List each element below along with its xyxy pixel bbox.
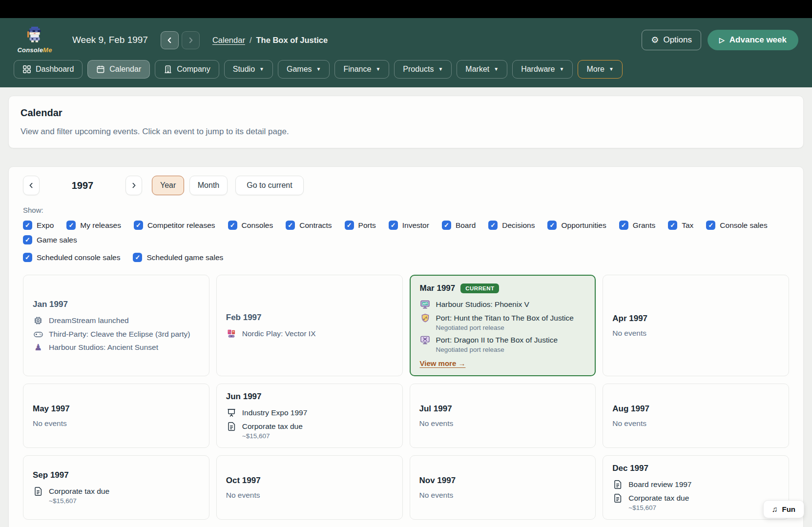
- show-label: Show:: [23, 206, 789, 214]
- fun-button[interactable]: ♫ Fun: [763, 500, 805, 518]
- checkbox-checked-icon[interactable]: ✓: [286, 221, 295, 230]
- next-year-button[interactable]: [125, 176, 142, 195]
- filter-opportunities[interactable]: ✓Opportunities: [547, 221, 606, 230]
- calendar-event[interactable]: Port: Dragon II to The Box of Justice: [420, 335, 586, 345]
- nav-more[interactable]: More▼: [578, 60, 622, 79]
- advance-week-button[interactable]: ▷ Advance week: [708, 30, 798, 50]
- options-button[interactable]: ⚙ Options: [642, 30, 701, 50]
- nav-dashboard[interactable]: Dashboard: [14, 60, 83, 79]
- nav-market[interactable]: Market▼: [457, 60, 507, 79]
- checkbox-checked-icon[interactable]: ✓: [133, 253, 142, 262]
- event-label: Nordic Play: Vector IX: [242, 329, 316, 338]
- next-week-button[interactable]: [182, 31, 200, 49]
- month-card-mar-1997: Mar 1997CURRENTHarbour Studios: Phoenix …: [410, 275, 596, 376]
- filter-board[interactable]: ✓Board: [442, 221, 476, 230]
- dropdown-arrow-icon: ▼: [438, 67, 443, 72]
- calendar-event[interactable]: Corporate tax due: [612, 493, 779, 503]
- filter-scheduled-console-sales[interactable]: ✓Scheduled console sales: [23, 253, 120, 262]
- week-label: Week 9, Feb 1997: [72, 35, 148, 45]
- breadcrumb-current: The Box of Justice: [256, 36, 328, 45]
- filter-investor[interactable]: ✓Investor: [389, 221, 429, 230]
- no-events-label: No events: [33, 419, 200, 428]
- filter-tax[interactable]: ✓Tax: [668, 221, 693, 230]
- filter-grants[interactable]: ✓Grants: [619, 221, 656, 230]
- calendar-event[interactable]: DreamStream launched: [33, 316, 200, 325]
- filter-label: Consoles: [242, 221, 273, 230]
- app-header: ConsoleMe Week 9, Feb 1997 Calendar / Th…: [0, 18, 812, 87]
- checkbox-checked-icon[interactable]: ✓: [619, 221, 628, 230]
- view-year-button[interactable]: Year: [152, 176, 184, 195]
- filter-game-sales[interactable]: ✓Game sales: [23, 235, 77, 244]
- filter-consoles[interactable]: ✓Consoles: [228, 221, 273, 230]
- nav-hardware[interactable]: Hardware▼: [512, 60, 573, 79]
- month-card-aug-1997: Aug 1997No events: [603, 384, 789, 448]
- month-card-apr-1997: Apr 1997No events: [603, 275, 789, 376]
- calendar-event[interactable]: ♟Harbour Studios: Ancient Sunset: [33, 343, 200, 352]
- calendar-event[interactable]: Nordic Play: Vector IX: [226, 329, 393, 339]
- breadcrumb-calendar-link[interactable]: Calendar: [212, 36, 245, 45]
- filter-decisions[interactable]: ✓Decisions: [488, 221, 535, 230]
- filter-competitor-releases[interactable]: ✓Competitor releases: [134, 221, 215, 230]
- previous-week-button[interactable]: [161, 31, 179, 49]
- checkbox-checked-icon[interactable]: ✓: [228, 221, 237, 230]
- view-month-button[interactable]: Month: [189, 176, 228, 195]
- checkbox-checked-icon[interactable]: ✓: [668, 221, 677, 230]
- month-card-feb-1997: Feb 1997Nordic Play: Vector IX: [216, 275, 403, 376]
- calendar-event[interactable]: Third-Party: Cleave the Eclipse (3rd par…: [33, 329, 200, 339]
- dropdown-arrow-icon: ▼: [375, 67, 380, 72]
- nav-games[interactable]: Games▼: [278, 60, 330, 79]
- nav-studio[interactable]: Studio▼: [224, 60, 273, 79]
- filter-contracts[interactable]: ✓Contracts: [286, 221, 332, 230]
- checkbox-checked-icon[interactable]: ✓: [389, 221, 398, 230]
- no-events-label: No events: [419, 419, 586, 428]
- filter-expo[interactable]: ✓Expo: [23, 221, 54, 230]
- checkbox-checked-icon[interactable]: ✓: [442, 221, 451, 230]
- filter-label: Scheduled console sales: [37, 253, 120, 262]
- filter-ports[interactable]: ✓Ports: [345, 221, 376, 230]
- filter-my-releases[interactable]: ✓My releases: [66, 221, 121, 230]
- calendar-event[interactable]: Harbour Studios: Phoenix V: [420, 300, 586, 309]
- view-more-link[interactable]: View more →: [420, 359, 466, 367]
- calendar-icon: [96, 65, 105, 74]
- top-black-bar: [0, 0, 812, 18]
- nav-finance[interactable]: Finance▼: [334, 60, 389, 79]
- calendar-event[interactable]: Port: Hunt the Titan to The Box of Justi…: [420, 313, 586, 323]
- nav-company[interactable]: Company: [155, 60, 219, 79]
- month-card-nov-1997: Nov 1997No events: [410, 455, 596, 520]
- checkbox-checked-icon[interactable]: ✓: [488, 221, 498, 230]
- checkbox-checked-icon[interactable]: ✓: [345, 221, 354, 230]
- no-events-label: No events: [419, 491, 586, 500]
- calendar-event[interactable]: Corporate tax due: [33, 486, 200, 496]
- page-subtitle: View and filter upcoming events. Click a…: [21, 127, 791, 137]
- brand-text: ConsoleMe: [17, 46, 52, 54]
- filter-label: Expo: [37, 221, 54, 230]
- dropdown-arrow-icon: ▼: [259, 67, 264, 72]
- filter-console-sales[interactable]: ✓Console sales: [706, 221, 767, 230]
- checkbox-checked-icon[interactable]: ✓: [706, 221, 715, 230]
- event-label: Corporate tax due: [49, 487, 109, 496]
- filter-label: Competitor releases: [147, 221, 215, 230]
- checkbox-checked-icon[interactable]: ✓: [134, 221, 143, 230]
- month-title: Sep 1997: [33, 470, 69, 480]
- checkbox-checked-icon[interactable]: ✓: [23, 235, 32, 244]
- shield-sword-icon: [420, 313, 431, 323]
- calendar-event[interactable]: Corporate tax due: [226, 422, 393, 431]
- nav-calendar[interactable]: Calendar: [87, 60, 150, 79]
- month-title: Jun 1997: [226, 392, 262, 402]
- monitor-swords-icon: [420, 335, 431, 345]
- months-grid: Jan 1997DreamStream launchedThird-Party:…: [23, 275, 789, 520]
- filter-label: Investor: [402, 221, 429, 230]
- checkbox-checked-icon[interactable]: ✓: [66, 221, 76, 230]
- nav-products[interactable]: Products▼: [394, 60, 452, 79]
- gear-icon: ⚙: [651, 36, 659, 44]
- app-logo[interactable]: ConsoleMe: [14, 26, 56, 54]
- previous-year-button[interactable]: [23, 176, 40, 195]
- filter-scheduled-game-sales[interactable]: ✓Scheduled game sales: [133, 253, 223, 262]
- calendar-event[interactable]: Board review 1997: [612, 480, 779, 489]
- calendar-event[interactable]: Industry Expo 1997: [226, 408, 393, 418]
- checkbox-checked-icon[interactable]: ✓: [23, 253, 32, 262]
- checkbox-checked-icon[interactable]: ✓: [547, 221, 557, 230]
- mascot-icon: [24, 26, 45, 46]
- checkbox-checked-icon[interactable]: ✓: [23, 221, 32, 230]
- go-to-current-button[interactable]: Go to current: [235, 176, 303, 195]
